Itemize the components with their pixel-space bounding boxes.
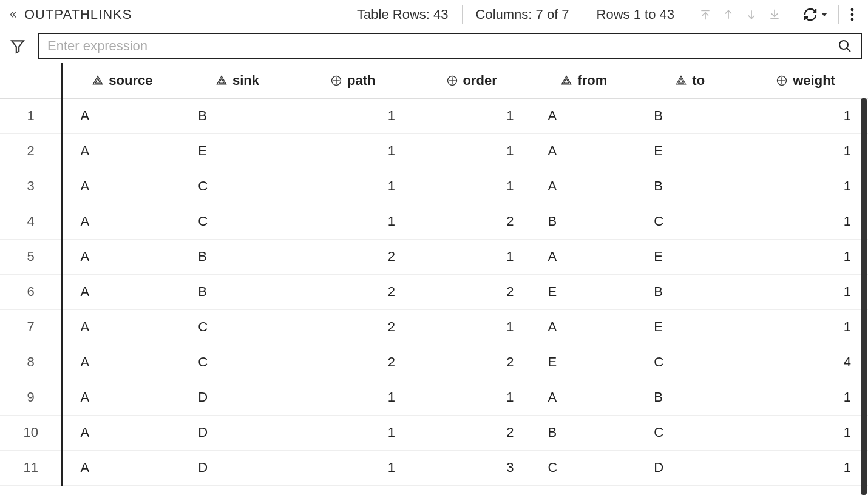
filter-icon[interactable] [6,38,29,54]
cell-weight: 1 [743,309,868,345]
column-label: source [109,73,152,89]
cell-from: B [531,415,637,450]
table-row[interactable]: 10AD12BC1 [0,415,868,450]
cell-sink: C [181,309,293,345]
cell-path: 1 [294,450,412,485]
refresh-button[interactable] [792,7,838,22]
cell-weight: 1 [743,204,868,239]
cell-sink: E [181,133,293,169]
svg-point-9 [851,18,854,21]
column-header-from[interactable]: from [531,63,637,98]
table-container: sourcesinkpathorderfromtoweight 1AB11AB1… [0,63,868,495]
cell-weight: 1 [743,274,868,309]
cell-to: C [637,204,743,239]
rows-range-info: Rows 1 to 43 [583,7,688,22]
cell-order: 2 [412,274,531,309]
page-up-button[interactable] [722,8,734,21]
column-header-path[interactable]: path [294,63,412,98]
cell-source: A [63,345,181,380]
cell-sink: B [181,239,293,274]
cell-path: 2 [294,309,412,345]
table-row[interactable]: 4AC12BC1 [0,204,868,239]
data-table: sourcesinkpathorderfromtoweight 1AB11AB1… [0,63,868,486]
svg-marker-10 [12,41,24,53]
svg-point-8 [851,13,854,16]
cell-path: 1 [294,133,412,169]
column-label: path [347,73,375,89]
table-header-row: sourcesinkpathorderfromtoweight [0,63,868,98]
cell-to: E [637,133,743,169]
column-header-source[interactable]: source [63,63,181,98]
table-row[interactable]: 1AB11AB1 [0,98,868,133]
cell-source: A [63,309,181,345]
row-number: 11 [0,450,63,485]
cell-path: 2 [294,274,412,309]
cell-sink: C [181,345,293,380]
table-row[interactable]: 5AB21AE1 [0,239,868,274]
cell-path: 1 [294,98,412,133]
table-row[interactable]: 6AB22EB1 [0,274,868,309]
column-header-order[interactable]: order [412,63,531,98]
cell-weight: 1 [743,239,868,274]
row-number: 2 [0,133,63,169]
cell-sink: D [181,415,293,450]
svg-point-7 [851,8,854,11]
cell-sink: C [181,169,293,204]
row-number: 6 [0,274,63,309]
cell-to: D [637,450,743,485]
row-number: 9 [0,380,63,415]
column-header-weight[interactable]: weight [743,63,868,98]
cell-source: A [63,239,181,274]
cell-from: E [531,274,637,309]
filter-input-container [38,33,862,59]
cell-to: B [637,380,743,415]
row-number: 4 [0,204,63,239]
row-number: 5 [0,239,63,274]
filter-input[interactable] [47,38,838,54]
collapse-button[interactable] [7,9,18,20]
cell-to: E [637,239,743,274]
cell-sink: B [181,98,293,133]
column-header-sink[interactable]: sink [181,63,293,98]
cell-from: A [531,309,637,345]
page-down-button[interactable] [745,8,758,21]
page-first-button[interactable] [699,8,711,21]
cell-from: C [531,450,637,485]
text-type-icon [215,75,228,87]
table-row[interactable]: 8AC22EC4 [0,345,868,380]
numeric-type-icon [330,75,342,87]
cell-sink: C [181,204,293,239]
columns-info: Columns: 7 of 7 [463,7,583,22]
cell-path: 1 [294,169,412,204]
page-last-button[interactable] [768,8,781,21]
cell-source: A [63,380,181,415]
cell-order: 2 [412,415,531,450]
row-number: 1 [0,98,63,133]
column-label: order [463,73,497,89]
dropdown-caret-icon [821,12,827,18]
table-row[interactable]: 3AC11AB1 [0,169,868,204]
cell-weight: 1 [743,450,868,485]
cell-from: E [531,345,637,380]
search-icon[interactable] [838,39,852,53]
cell-path: 1 [294,380,412,415]
cell-from: A [531,380,637,415]
cell-source: A [63,98,181,133]
rownum-header [0,63,63,98]
vertical-scrollbar[interactable] [861,98,867,495]
column-header-to[interactable]: to [637,63,743,98]
row-number: 7 [0,309,63,345]
row-number: 10 [0,415,63,450]
cell-to: B [637,274,743,309]
table-row[interactable]: 9AD11AB1 [0,380,868,415]
cell-to: E [637,309,743,345]
cell-source: A [63,204,181,239]
text-type-icon [675,75,687,87]
cell-order: 2 [412,345,531,380]
table-row[interactable]: 7AC21AE1 [0,309,868,345]
table-row[interactable]: 2AE11AE1 [0,133,868,169]
svg-line-12 [847,48,850,52]
table-row[interactable]: 11AD13CD1 [0,450,868,485]
row-number: 8 [0,345,63,380]
more-menu-button[interactable] [839,7,861,22]
